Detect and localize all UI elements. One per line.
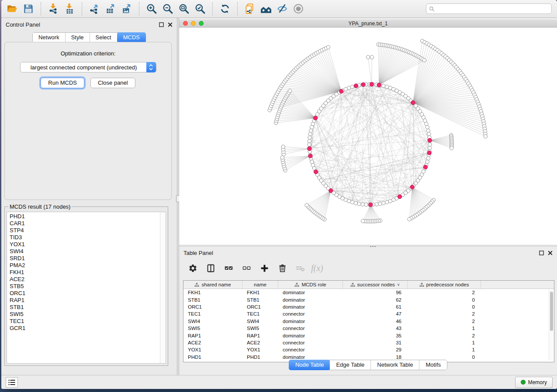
zoom-selected-icon[interactable] bbox=[194, 3, 207, 15]
table-scrollbar[interactable] bbox=[549, 290, 554, 361]
column-header-name[interactable]: name bbox=[242, 281, 278, 289]
column-type-icon bbox=[194, 282, 199, 287]
hide-details-icon[interactable] bbox=[276, 3, 289, 15]
mcds-result-item[interactable]: CAR1 bbox=[10, 220, 166, 227]
table-row[interactable]: FKH1FKH1dominator962 bbox=[183, 289, 554, 296]
zoom-out-icon[interactable] bbox=[161, 3, 174, 15]
close-panel-button[interactable]: Close panel bbox=[90, 78, 135, 88]
zoom-in-icon[interactable] bbox=[145, 3, 158, 15]
table-cell: FKH1 bbox=[242, 290, 278, 295]
table-row[interactable]: SWI4SWI4dominator462 bbox=[183, 318, 554, 325]
export-table-icon[interactable] bbox=[104, 3, 117, 15]
mcds-result-item[interactable]: FKH1 bbox=[10, 269, 166, 276]
mcds-result-item[interactable]: STP4 bbox=[10, 227, 166, 234]
control-panel-tabs: NetworkStyleSelectMCDS bbox=[32, 32, 146, 43]
mcds-result-item[interactable]: SWI5 bbox=[10, 311, 166, 318]
tab-network-table[interactable]: Network Table bbox=[371, 360, 419, 370]
table-row[interactable]: TEC1TEC1connector472 bbox=[183, 310, 554, 317]
table-row[interactable]: SWI5SWI5connector431 bbox=[183, 325, 554, 332]
table-row[interactable]: YOX1YOX1connector291 bbox=[183, 346, 554, 353]
close-table-panel-icon[interactable] bbox=[548, 251, 553, 255]
table-settings-icon[interactable] bbox=[187, 263, 198, 273]
tab-edge-table[interactable]: Edge Table bbox=[330, 360, 371, 370]
export-image-icon[interactable] bbox=[120, 3, 133, 15]
table-cell: 1 bbox=[408, 347, 481, 352]
delete-row-icon[interactable] bbox=[277, 263, 287, 273]
table-cell: ORC1 bbox=[183, 304, 242, 309]
float-table-panel-icon[interactable] bbox=[539, 251, 544, 255]
tab-select[interactable]: Select bbox=[90, 33, 118, 42]
table-cell: RAP1 bbox=[242, 333, 278, 338]
float-panel-icon[interactable] bbox=[159, 22, 164, 27]
export-network-icon[interactable] bbox=[88, 3, 101, 15]
mcds-result-item[interactable]: RAP1 bbox=[10, 297, 166, 304]
tab-network[interactable]: Network bbox=[33, 33, 66, 42]
table-cell: ACE2 bbox=[183, 340, 242, 345]
table-cell: connector bbox=[278, 347, 343, 352]
table-row[interactable]: RAP1RAP1dominator352 bbox=[183, 332, 554, 339]
network-view[interactable] bbox=[179, 28, 557, 244]
zoom-fit-icon[interactable] bbox=[177, 3, 190, 15]
mcds-result-item[interactable]: SWI4 bbox=[10, 248, 166, 255]
memory-label: Memory bbox=[528, 379, 547, 385]
table-cell: dominator bbox=[278, 333, 343, 338]
mcds-result-item[interactable]: PHD1 bbox=[10, 213, 166, 220]
task-history-button[interactable] bbox=[6, 377, 18, 388]
tab-node-table[interactable]: Node Table bbox=[289, 360, 331, 370]
search-input[interactable] bbox=[436, 6, 549, 12]
column-header-successor-nodes[interactable]: successor nodes∨ bbox=[343, 281, 408, 289]
tab-mcds[interactable]: MCDS bbox=[117, 32, 146, 43]
memory-button[interactable]: Memory bbox=[515, 377, 553, 388]
table-cell: ACE2 bbox=[242, 340, 278, 345]
mcds-result-item[interactable]: STB5 bbox=[10, 283, 166, 290]
mcds-result-list[interactable]: PHD1CAR1STP4TID3YOX1SWI4SRD1PMA2FKH1ACE2… bbox=[7, 212, 166, 364]
node-table-header: shared namenameMCDS rolesuccessor nodes∨… bbox=[183, 281, 554, 289]
criterion-select[interactable]: largest connected component (undirected) bbox=[20, 62, 156, 72]
tab-style[interactable]: Style bbox=[66, 33, 90, 42]
table-row[interactable]: STB1STB1dominator620 bbox=[183, 296, 554, 303]
mcds-list-scrollbar[interactable] bbox=[160, 212, 166, 363]
refresh-view-icon[interactable] bbox=[218, 3, 232, 15]
mcds-result-item[interactable]: SRD1 bbox=[10, 255, 166, 262]
add-row-icon[interactable] bbox=[259, 263, 270, 273]
select-all-icon[interactable] bbox=[223, 263, 234, 273]
table-cell: SWI4 bbox=[183, 319, 242, 324]
mcds-result-item[interactable]: ACE2 bbox=[10, 276, 166, 283]
open-file-icon[interactable] bbox=[6, 3, 19, 15]
table-cell: 31 bbox=[343, 340, 408, 345]
table-cell: SWI5 bbox=[242, 326, 278, 331]
search-network-icon[interactable] bbox=[259, 3, 273, 15]
table-cell: dominator bbox=[278, 297, 343, 303]
sort-indicator-icon: ∨ bbox=[397, 282, 400, 287]
share-network-icon[interactable] bbox=[243, 3, 256, 15]
mcds-result-item[interactable]: STB1 bbox=[10, 304, 166, 311]
table-panel-grip[interactable] bbox=[368, 246, 378, 247]
column-header-MCDS-role[interactable]: MCDS role bbox=[278, 281, 343, 289]
import-network-icon[interactable] bbox=[47, 3, 60, 15]
table-cell: TEC1 bbox=[183, 311, 242, 316]
table-cell: PHD1 bbox=[183, 354, 242, 360]
column-header-shared-name[interactable]: shared name bbox=[183, 281, 242, 289]
deselect-all-icon[interactable] bbox=[241, 263, 252, 273]
save-session-icon[interactable] bbox=[22, 3, 35, 15]
mcds-result-item[interactable]: ORC1 bbox=[10, 290, 166, 297]
table-row[interactable]: ORC1ORC1dominator610 bbox=[183, 303, 554, 310]
network-search bbox=[426, 3, 552, 14]
show-details-icon bbox=[292, 3, 305, 15]
column-header-predecessor-nodes[interactable]: predecessor nodes bbox=[408, 281, 481, 289]
mcds-result-item[interactable]: TEC1 bbox=[10, 318, 166, 325]
table-cell: 29 bbox=[343, 347, 408, 352]
mcds-result-item[interactable]: PMA2 bbox=[10, 262, 166, 269]
show-columns-icon[interactable] bbox=[205, 263, 216, 273]
mcds-result-item[interactable]: TID3 bbox=[10, 234, 166, 241]
close-panel-icon[interactable] bbox=[168, 22, 173, 27]
import-table-icon[interactable] bbox=[63, 3, 76, 15]
table-scrollbar-thumb[interactable] bbox=[550, 292, 553, 331]
delete-column-disabled-icon bbox=[295, 263, 305, 273]
table-row[interactable]: ACE2ACE2connector311 bbox=[183, 339, 554, 346]
network-window-titlebar[interactable]: YPA_prune.txt_1 bbox=[179, 20, 557, 28]
mcds-result-item[interactable]: GCR1 bbox=[10, 325, 166, 332]
mcds-result-item[interactable]: YOX1 bbox=[10, 241, 166, 248]
tab-motifs[interactable]: Motifs bbox=[419, 360, 447, 370]
run-mcds-button[interactable]: Run MCDS bbox=[41, 78, 84, 88]
